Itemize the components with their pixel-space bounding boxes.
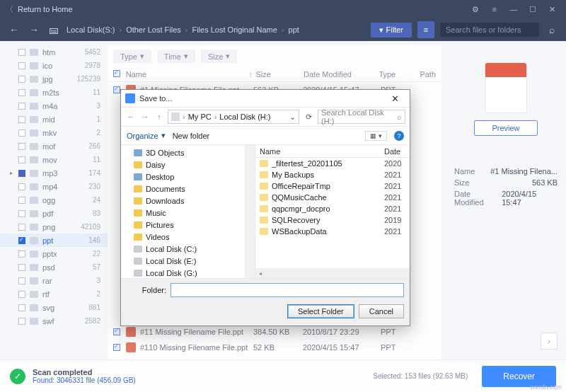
sidebar-item-rar[interactable]: rar3 bbox=[0, 274, 108, 287]
view-options[interactable]: ▦ ▾ bbox=[365, 131, 387, 141]
dialog-forward-icon[interactable]: → bbox=[139, 113, 151, 121]
list-item[interactable]: QQMusicCache2021 bbox=[255, 192, 410, 203]
list-item[interactable]: OfficeRepairTmp2021 bbox=[255, 180, 410, 192]
cancel-button[interactable]: Cancel bbox=[359, 304, 404, 318]
table-row[interactable]: #11 Missing Filename File.ppt384.50 KB20… bbox=[108, 324, 441, 340]
crumb-ppt[interactable]: ppt bbox=[289, 25, 299, 34]
list-item[interactable]: SQLRecovery2019 bbox=[255, 214, 410, 226]
checkbox[interactable] bbox=[18, 170, 25, 177]
sidebar-item-mof[interactable]: mof266 bbox=[0, 139, 108, 153]
sidebar-item-mp4[interactable]: mp4230 bbox=[0, 180, 108, 193]
breadcrumb[interactable]: Local Disk(S:)› Other Lost Files› Files … bbox=[67, 25, 365, 34]
search-icon[interactable]: ⌕ bbox=[545, 23, 559, 37]
tree-item[interactable]: Videos bbox=[121, 231, 255, 243]
sidebar-item-ico[interactable]: ico2978 bbox=[0, 59, 108, 72]
col-size[interactable]: Size bbox=[255, 70, 304, 79]
checkbox[interactable] bbox=[18, 143, 25, 150]
sidebar-item-mov[interactable]: mov11 bbox=[0, 153, 108, 166]
list-item[interactable]: qqpcmgr_docpro2021 bbox=[255, 203, 410, 214]
checkbox[interactable] bbox=[18, 116, 25, 123]
sidebar-item-ppt[interactable]: ppt146 bbox=[0, 234, 108, 247]
checkbox[interactable] bbox=[18, 62, 25, 69]
sidebar-item-psd[interactable]: psd57 bbox=[0, 260, 108, 274]
view-toggle-button[interactable]: ≡ bbox=[417, 21, 434, 38]
checkbox[interactable] bbox=[18, 277, 25, 284]
nav-forward-icon[interactable]: → bbox=[27, 23, 41, 37]
list-item[interactable]: _filtertest_202011052020 bbox=[255, 158, 410, 169]
sidebar-item-swf[interactable]: swf2582 bbox=[0, 314, 108, 328]
checkbox[interactable] bbox=[18, 224, 25, 231]
tree-item[interactable]: Local Disk (G:) bbox=[121, 267, 255, 278]
checkbox[interactable] bbox=[18, 49, 25, 56]
sidebar-item-pdf[interactable]: pdf83 bbox=[0, 207, 108, 220]
checkbox[interactable] bbox=[18, 76, 25, 83]
sidebar-item-mid[interactable]: mid1 bbox=[0, 113, 108, 126]
sort-icon[interactable]: ↑ bbox=[249, 70, 256, 79]
pill-type[interactable]: Type▾ bbox=[113, 50, 151, 63]
checkbox[interactable] bbox=[18, 183, 25, 190]
sidebar-item-htm[interactable]: htm5452 bbox=[0, 45, 108, 59]
row-checkbox[interactable] bbox=[113, 86, 120, 93]
checkbox[interactable] bbox=[18, 291, 25, 298]
nav-back-icon[interactable]: ← bbox=[7, 23, 21, 37]
dialog-up-icon[interactable]: ↑ bbox=[154, 113, 165, 121]
organize-menu[interactable]: Organize ▾ bbox=[127, 131, 166, 140]
return-home-link[interactable]: Return to Home bbox=[18, 5, 73, 13]
list-item[interactable]: My Backups2021 bbox=[255, 169, 410, 180]
tree-item[interactable]: Pictures bbox=[121, 219, 255, 231]
tree-item[interactable]: Music bbox=[121, 207, 255, 219]
dialog-back-icon[interactable]: ← bbox=[125, 113, 137, 121]
page-next-button[interactable]: › bbox=[541, 333, 558, 350]
checkbox[interactable] bbox=[18, 250, 25, 258]
dl-col-name[interactable]: Name bbox=[260, 147, 384, 156]
checkbox[interactable] bbox=[18, 129, 25, 137]
path-drive[interactable]: Local Disk (H:) bbox=[219, 113, 270, 121]
maximize-icon[interactable]: ☐ bbox=[524, 5, 541, 14]
list-item[interactable]: WSBackupData2021 bbox=[255, 226, 410, 237]
hscrollbar[interactable]: ◂ bbox=[255, 268, 410, 278]
col-date[interactable]: Date Modified bbox=[304, 70, 379, 79]
select-folder-button[interactable]: Select Folder bbox=[287, 304, 354, 318]
tree-item[interactable]: Local Disk (C:) bbox=[121, 243, 255, 255]
tree-item[interactable]: 3D Objects bbox=[121, 146, 255, 158]
tree-item[interactable]: Documents bbox=[121, 183, 255, 195]
col-type[interactable]: Type bbox=[379, 70, 420, 79]
sidebar-item-jpg[interactable]: jpg125239 bbox=[0, 72, 108, 86]
checkbox[interactable] bbox=[18, 197, 25, 204]
checkbox[interactable] bbox=[18, 318, 25, 325]
tree-item[interactable]: Downloads bbox=[121, 195, 255, 207]
new-folder-button[interactable]: New folder bbox=[173, 132, 210, 140]
preview-button[interactable]: Preview bbox=[474, 120, 537, 136]
row-checkbox[interactable] bbox=[113, 328, 120, 335]
tree-item[interactable]: Local Disk (E:) bbox=[121, 255, 255, 267]
folder-input[interactable] bbox=[171, 283, 404, 297]
sidebar-item-svg[interactable]: svg881 bbox=[0, 301, 108, 314]
dl-col-date[interactable]: Date bbox=[384, 147, 410, 156]
checkbox[interactable] bbox=[18, 156, 25, 163]
dialog-path[interactable]: › My PC› Local Disk (H:) ⌄ bbox=[168, 110, 299, 124]
menu-icon[interactable]: ≡ bbox=[486, 5, 503, 13]
path-mypc[interactable]: My PC bbox=[188, 113, 212, 121]
sidebar-item-rtf[interactable]: rtf2 bbox=[0, 287, 108, 301]
tree-item[interactable]: Daisy bbox=[121, 158, 255, 171]
table-row[interactable]: #110 Missing Filename File.ppt52 KB2020/… bbox=[108, 340, 441, 355]
vscrollbar[interactable] bbox=[245, 145, 255, 278]
col-name[interactable]: Name bbox=[126, 70, 249, 79]
dialog-file-list[interactable]: NameDate _filtertest_202011052020My Back… bbox=[255, 145, 410, 278]
tree-item[interactable]: Desktop bbox=[121, 171, 255, 183]
checkbox[interactable] bbox=[18, 210, 25, 217]
dialog-folder-tree[interactable]: 3D ObjectsDaisyDesktopDocumentsDownloads… bbox=[121, 145, 255, 278]
checkbox[interactable] bbox=[18, 264, 25, 271]
close-icon[interactable]: ✕ bbox=[543, 5, 560, 14]
chevron-down-icon[interactable]: ⌄ bbox=[289, 113, 296, 122]
back-chevron-icon[interactable]: 〈 bbox=[6, 4, 13, 15]
sidebar-item-mkv[interactable]: mkv2 bbox=[0, 126, 108, 139]
select-all-checkbox[interactable] bbox=[113, 70, 120, 77]
pill-time[interactable]: Time▾ bbox=[157, 50, 195, 63]
col-path[interactable]: Path bbox=[420, 70, 436, 79]
crumb-disk[interactable]: Local Disk(S:) bbox=[67, 25, 115, 34]
sidebar-item-mp3[interactable]: ▸mp3174 bbox=[0, 166, 108, 180]
search-input[interactable]: Search files or folders bbox=[440, 23, 539, 37]
checkbox[interactable] bbox=[18, 89, 25, 96]
minimize-icon[interactable]: — bbox=[505, 5, 522, 13]
